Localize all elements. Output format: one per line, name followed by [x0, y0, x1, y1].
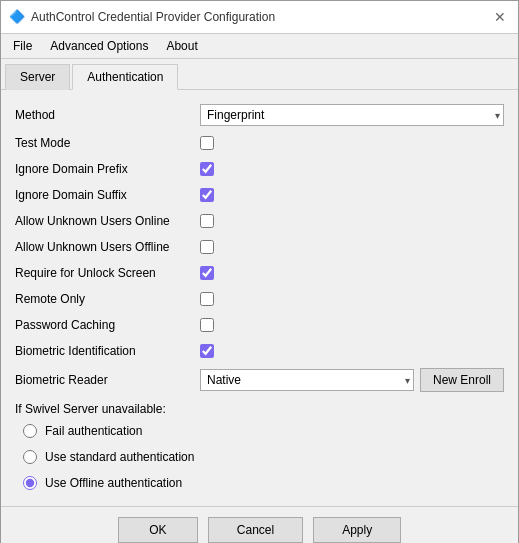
- content-area: Method Fingerprint PIN Password Token ▾ …: [1, 90, 518, 506]
- menu-file[interactable]: File: [5, 36, 40, 56]
- ignore-suffix-checkbox[interactable]: [200, 188, 214, 202]
- biometric-id-row: Biometric Identification: [15, 338, 504, 364]
- menu-bar: File Advanced Options About: [1, 34, 518, 59]
- biometric-id-control: [200, 344, 504, 358]
- fail-auth-radio[interactable]: [23, 424, 37, 438]
- password-caching-checkbox[interactable]: [200, 318, 214, 332]
- password-caching-control: [200, 318, 504, 332]
- title-bar-left: 🔷 AuthControl Credential Provider Config…: [9, 9, 275, 25]
- ignore-suffix-control: [200, 188, 504, 202]
- biometric-reader-label: Biometric Reader: [15, 373, 200, 387]
- tabs: Server Authentication: [1, 59, 518, 90]
- ignore-prefix-checkbox[interactable]: [200, 162, 214, 176]
- ignore-suffix-row: Ignore Domain Suffix: [15, 182, 504, 208]
- method-select-wrapper: Fingerprint PIN Password Token ▾: [200, 104, 504, 126]
- biometric-reader-row: Biometric Reader Native External ▾ New E…: [15, 364, 504, 396]
- new-enroll-button[interactable]: New Enroll: [420, 368, 504, 392]
- allow-unknown-offline-checkbox[interactable]: [200, 240, 214, 254]
- allow-unknown-online-checkbox[interactable]: [200, 214, 214, 228]
- standard-auth-row: Use standard authentication: [15, 444, 504, 470]
- offline-auth-radio[interactable]: [23, 476, 37, 490]
- test-mode-label: Test Mode: [15, 136, 200, 150]
- biometric-reader-select[interactable]: Native External: [200, 369, 414, 391]
- swivel-section-label: If Swivel Server unavailable:: [15, 396, 504, 418]
- remote-only-control: [200, 292, 504, 306]
- ok-button[interactable]: OK: [118, 517, 198, 543]
- remote-only-checkbox[interactable]: [200, 292, 214, 306]
- ignore-prefix-label: Ignore Domain Prefix: [15, 162, 200, 176]
- tab-authentication[interactable]: Authentication: [72, 64, 178, 90]
- close-button[interactable]: ✕: [490, 7, 510, 27]
- title-bar: 🔷 AuthControl Credential Provider Config…: [1, 1, 518, 34]
- ignore-prefix-control: [200, 162, 504, 176]
- allow-unknown-online-label: Allow Unknown Users Online: [15, 214, 200, 228]
- allow-unknown-offline-control: [200, 240, 504, 254]
- method-control: Fingerprint PIN Password Token ▾: [200, 104, 504, 126]
- standard-auth-label: Use standard authentication: [45, 450, 194, 464]
- button-bar: OK Cancel Apply: [1, 506, 518, 543]
- ignore-prefix-row: Ignore Domain Prefix: [15, 156, 504, 182]
- allow-unknown-online-control: [200, 214, 504, 228]
- biometric-id-label: Biometric Identification: [15, 344, 200, 358]
- window-title: AuthControl Credential Provider Configur…: [31, 10, 275, 24]
- method-row: Method Fingerprint PIN Password Token ▾: [15, 100, 504, 130]
- menu-advanced-options[interactable]: Advanced Options: [42, 36, 156, 56]
- require-unlock-label: Require for Unlock Screen: [15, 266, 200, 280]
- fail-auth-label: Fail authentication: [45, 424, 142, 438]
- tab-server[interactable]: Server: [5, 64, 70, 90]
- biometric-id-checkbox[interactable]: [200, 344, 214, 358]
- test-mode-control: [200, 136, 504, 150]
- method-select[interactable]: Fingerprint PIN Password Token: [200, 104, 504, 126]
- ignore-suffix-label: Ignore Domain Suffix: [15, 188, 200, 202]
- offline-auth-row: Use Offline authentication: [15, 470, 504, 496]
- allow-unknown-online-row: Allow Unknown Users Online: [15, 208, 504, 234]
- app-icon: 🔷: [9, 9, 25, 25]
- remote-only-row: Remote Only: [15, 286, 504, 312]
- remote-only-label: Remote Only: [15, 292, 200, 306]
- cancel-button[interactable]: Cancel: [208, 517, 303, 543]
- allow-unknown-offline-label: Allow Unknown Users Offline: [15, 240, 200, 254]
- biometric-reader-select-wrapper: Native External ▾: [200, 369, 414, 391]
- require-unlock-row: Require for Unlock Screen: [15, 260, 504, 286]
- fail-auth-row: Fail authentication: [15, 418, 504, 444]
- main-window: 🔷 AuthControl Credential Provider Config…: [0, 0, 519, 543]
- method-label: Method: [15, 108, 200, 122]
- password-caching-row: Password Caching: [15, 312, 504, 338]
- standard-auth-radio[interactable]: [23, 450, 37, 464]
- allow-unknown-offline-row: Allow Unknown Users Offline: [15, 234, 504, 260]
- offline-auth-label: Use Offline authentication: [45, 476, 182, 490]
- require-unlock-control: [200, 266, 504, 280]
- biometric-reader-controls: Native External ▾ New Enroll: [200, 368, 504, 392]
- apply-button[interactable]: Apply: [313, 517, 401, 543]
- require-unlock-checkbox[interactable]: [200, 266, 214, 280]
- password-caching-label: Password Caching: [15, 318, 200, 332]
- menu-about[interactable]: About: [158, 36, 205, 56]
- test-mode-checkbox[interactable]: [200, 136, 214, 150]
- test-mode-row: Test Mode: [15, 130, 504, 156]
